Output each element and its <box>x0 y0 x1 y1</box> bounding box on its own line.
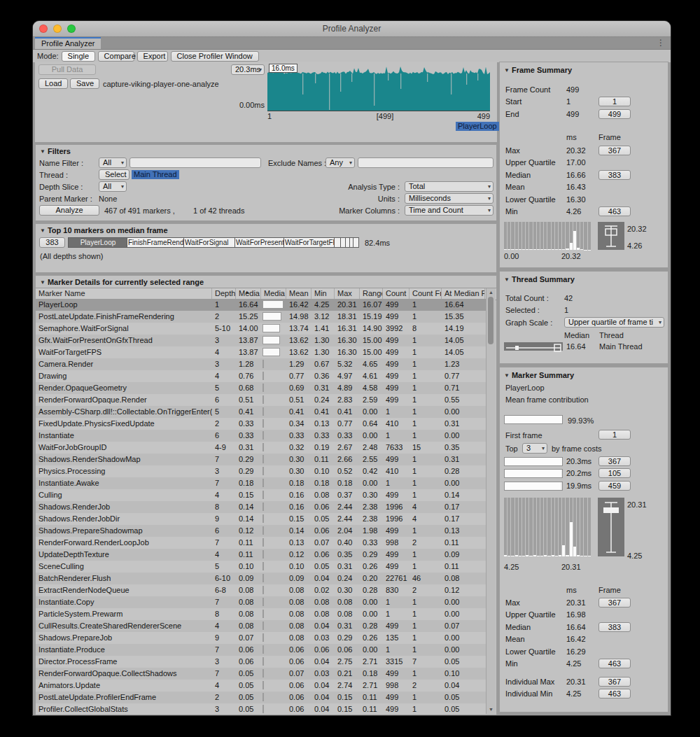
mode-single-button[interactable]: Single <box>62 51 95 62</box>
frame-jump-button[interactable]: 463 <box>598 659 631 668</box>
frame-jump-button[interactable]: 367 <box>598 146 631 155</box>
table-row[interactable]: ExtractRenderNodeQueue6-80.080.080.020.3… <box>36 584 486 596</box>
table-row[interactable]: Assembly-CSharp.dll!::Collectable.OnTrig… <box>36 406 486 418</box>
table-scrollbar[interactable]: ▲ ▼ <box>486 288 496 714</box>
table-row[interactable]: Drawing40.760.770.364.974.6149910.77 <box>36 370 486 382</box>
table-row[interactable]: PostLateUpdate.FinishFrameRendering215.2… <box>36 311 486 323</box>
frame-jump-button[interactable]: 367 <box>598 456 631 466</box>
pull-data-button[interactable]: Pull Data <box>38 64 96 75</box>
top10-segment[interactable]: PlayerLoop <box>68 237 127 248</box>
mode-export-button[interactable]: Export <box>137 51 168 62</box>
table-row[interactable]: Instantiate.Copy70.080.080.080.080.00110… <box>36 596 486 608</box>
table-row[interactable]: CullResults.CreateSharedRendererScene40.… <box>36 620 486 632</box>
collapse-triangle-icon[interactable]: ▼ <box>504 372 510 379</box>
scroll-up-icon[interactable]: ▲ <box>486 289 496 296</box>
name-filter-input[interactable] <box>130 157 261 168</box>
frame-time-graph[interactable] <box>267 64 490 111</box>
range-scale-dropdown[interactable]: 20.3ms▾ <box>231 64 265 75</box>
titlebar[interactable]: Profile Analyzer <box>33 21 671 37</box>
column-header[interactable]: Min <box>312 288 335 300</box>
collapse-triangle-icon[interactable]: ▼ <box>504 67 510 73</box>
top10-segment[interactable]: FinishFrameRenderin <box>127 237 184 248</box>
table-row[interactable]: Culling40.150.160.080.370.3049910.14 <box>36 489 486 501</box>
column-header[interactable]: Count <box>383 288 410 300</box>
top10-segment[interactable]: WaitForSignal <box>184 237 235 248</box>
top10-segment[interactable] <box>335 237 341 248</box>
frame-jump-button[interactable]: 383 <box>598 622 631 632</box>
collapse-triangle-icon[interactable]: ▼ <box>40 227 46 234</box>
analysis-type-dropdown[interactable]: Total▾ <box>405 181 493 192</box>
load-button[interactable]: Load <box>38 78 68 89</box>
table-row[interactable]: Shadows.RenderJobDir90.140.150.052.442.3… <box>36 513 486 525</box>
table-row[interactable]: RenderForwardOpaque.Render60.510.510.242… <box>36 394 486 406</box>
table-row[interactable]: Physics.Processing30.290.300.100.520.424… <box>36 465 486 477</box>
table-row[interactable]: BatchRenderer.Flush6-100.090.090.040.240… <box>36 573 486 584</box>
frame-jump-button[interactable]: 459 <box>598 481 631 491</box>
column-header[interactable]: Media <box>261 288 286 300</box>
table-row[interactable]: PlayerLoop116.6416.424.2520.3116.0749911… <box>36 299 486 311</box>
scrollbar-thumb[interactable] <box>488 297 493 344</box>
depth-slice-dropdown[interactable]: All▾ <box>99 181 127 192</box>
top10-segment[interactable]: WaitForPresentOnG <box>235 237 284 248</box>
table-row[interactable]: Instantiate.Awake70.180.180.180.180.0011… <box>36 477 486 489</box>
collapse-triangle-icon[interactable]: ▼ <box>504 276 510 283</box>
table-row[interactable]: Shadows.PrepareJob90.070.080.030.290.261… <box>36 632 486 644</box>
column-header[interactable]: Media▴ <box>236 288 261 300</box>
table-row[interactable]: Shadows.RenderShadowMap70.290.300.112.66… <box>36 454 486 465</box>
top-n-dropdown[interactable]: 3▾ <box>522 443 547 454</box>
scroll-down-icon[interactable]: ▼ <box>486 706 496 713</box>
table-row[interactable]: Animators.Update40.050.060.042.742.71998… <box>36 680 486 692</box>
save-button[interactable]: Save <box>70 78 99 89</box>
table-row[interactable]: RenderForward.RenderLoopJob70.110.130.07… <box>36 537 486 549</box>
table-row[interactable]: UpdateDepthTexture40.110.120.060.350.294… <box>36 549 486 561</box>
mode-compare-button[interactable]: Compare <box>98 51 134 62</box>
table-row[interactable]: Director.ProcessFrame30.060.060.042.752.… <box>36 656 486 668</box>
table-row[interactable]: Camera.Render31.281.290.675.324.6549911.… <box>36 358 486 370</box>
frame-jump-button[interactable]: 463 <box>598 689 631 699</box>
top10-segment[interactable] <box>341 237 346 248</box>
column-header[interactable]: Marker Name <box>36 288 212 300</box>
column-header[interactable]: At Median F <box>442 288 485 300</box>
median-frame-button[interactable]: 383 <box>39 237 65 248</box>
marker-columns-dropdown[interactable]: Time and Count▾ <box>405 205 493 216</box>
column-header[interactable]: Max <box>335 288 360 300</box>
kebab-menu-icon[interactable]: ⋮ <box>657 38 665 48</box>
collapse-triangle-icon[interactable]: ▼ <box>40 279 46 286</box>
frame-jump-button[interactable]: 499 <box>598 109 631 119</box>
marker-time-histogram[interactable] <box>504 498 591 556</box>
table-row[interactable]: Shadows.PrepareShadowmap60.120.140.062.0… <box>36 525 486 537</box>
collapse-triangle-icon[interactable]: ▼ <box>40 148 46 155</box>
table-row[interactable]: ParticleSystem.Prewarm80.080.080.080.080… <box>36 608 486 620</box>
first-frame-button[interactable]: 1 <box>598 430 631 440</box>
column-header[interactable]: Count Fra <box>410 288 442 300</box>
table-row[interactable]: RenderForwardOpaque.CollectShadows70.050… <box>36 668 486 680</box>
table-row[interactable]: SceneCulling50.100.100.050.310.2649910.1… <box>36 561 486 573</box>
table-row[interactable]: Render.OpaqueGeometry50.680.690.314.894.… <box>36 382 486 394</box>
column-header[interactable]: Depth <box>212 288 236 300</box>
exclude-mode-dropdown[interactable]: Any▾ <box>326 157 355 168</box>
thread-select-button[interactable]: Select <box>99 169 130 180</box>
frame-time-histogram[interactable] <box>504 222 591 250</box>
thread-value-tag[interactable]: Main Thread <box>132 170 179 179</box>
column-header[interactable]: Range <box>360 288 383 300</box>
frame-jump-button[interactable]: 367 <box>598 677 631 687</box>
top10-segment[interactable]: WaitForTargetFPS <box>284 237 335 248</box>
column-header[interactable]: Mean <box>286 288 312 300</box>
analyze-button[interactable]: Analyze <box>39 205 99 216</box>
table-row[interactable]: WaitForTargetFPS413.8713.621.3016.3015.0… <box>36 346 486 358</box>
frame-jump-button[interactable]: 1 <box>598 97 631 106</box>
frame-jump-button[interactable]: 463 <box>598 206 631 216</box>
table-row[interactable]: Instantiate.Produce70.060.060.060.060.00… <box>36 644 486 656</box>
table-row[interactable]: WaitForJobGroupID4-90.310.320.192.672.48… <box>36 442 486 454</box>
selected-marker-tag[interactable]: PlayerLoop <box>456 122 499 131</box>
table-row[interactable]: FixedUpdate.PhysicsFixedUpdate20.330.340… <box>36 418 486 430</box>
graph-scale-dropdown[interactable]: Upper quartile of frame ti▾ <box>564 317 664 328</box>
close-profiler-window-button[interactable]: Close Profiler Window <box>171 51 259 62</box>
table-row[interactable]: Profiler.CollectGlobalStats30.050.060.04… <box>36 703 486 715</box>
table-row[interactable]: Instantiate60.330.330.330.330.00110.00 <box>36 430 486 442</box>
frame-jump-button[interactable]: 383 <box>598 170 631 180</box>
name-filter-mode-dropdown[interactable]: All▾ <box>99 157 127 168</box>
top10-segment[interactable] <box>354 237 359 248</box>
table-row[interactable]: PostLateUpdate.ProfilerEndFrame20.050.06… <box>36 692 486 703</box>
frame-jump-button[interactable]: 367 <box>598 598 631 608</box>
